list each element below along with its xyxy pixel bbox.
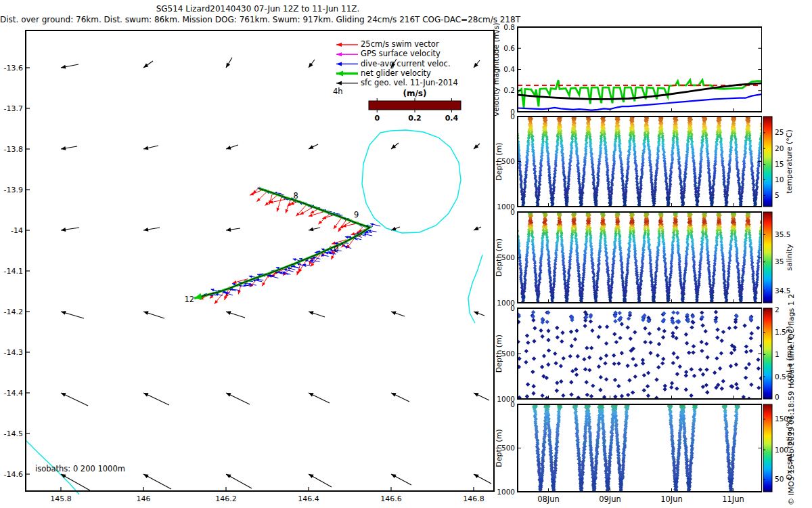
svg-text:Depth (m): Depth (m) <box>495 429 503 467</box>
svg-text:-14: -14 <box>11 226 23 235</box>
svg-text:145.8: 145.8 <box>50 494 72 503</box>
svg-text:Depth (m): Depth (m) <box>495 142 503 180</box>
svg-text:0: 0 <box>510 208 515 216</box>
svg-text:8: 8 <box>293 191 298 200</box>
isobaths-label: isobaths: 0 200 1000m <box>35 464 125 473</box>
svg-text:1: 1 <box>775 350 780 358</box>
legend-label-gps-velocity: GPS surface velocity <box>361 49 441 58</box>
svg-text:20: 20 <box>775 144 784 152</box>
svg-text:-14.1: -14.1 <box>4 267 23 276</box>
figure-subtitle: Dist. over ground: 76km. Dist. swum: 86k… <box>0 15 516 24</box>
svg-text:-14.3: -14.3 <box>4 348 23 357</box>
svg-text:0.4: 0.4 <box>445 114 459 123</box>
legend-label-swim-vector: 25cm/s swim vector <box>361 40 439 49</box>
svg-text:09Jun: 09Jun <box>599 494 621 504</box>
svg-text:Depth (m): Depth (m) <box>495 335 503 373</box>
svg-text:50: 50 <box>775 475 784 483</box>
svg-text:10: 10 <box>775 175 784 184</box>
svg-text:temperature (°C): temperature (°C) <box>785 129 794 193</box>
svg-text:salinity: salinity <box>785 244 794 271</box>
figure-header: SG514 Lizard20140430 07-Jun 12Z to 11-Ju… <box>0 4 516 24</box>
svg-text:15: 15 <box>775 160 784 168</box>
legend-duration-label: 4h <box>333 87 343 96</box>
svg-text:0.2: 0.2 <box>408 114 422 123</box>
figure-canvas: 89012145.8146146.2146.4146.6146.8-13.6-1… <box>0 0 812 508</box>
svg-text:0: 0 <box>374 114 380 123</box>
svg-text:0: 0 <box>510 304 515 312</box>
colorbar-temperature-profiles: 252015105temperature (°C) <box>763 117 794 207</box>
figure-title: SG514 Lizard20140430 07-Jun 12Z to 11-Ju… <box>0 4 516 14</box>
svg-text:0: 0 <box>510 400 515 408</box>
svg-text:5: 5 <box>775 191 780 199</box>
svg-text:35: 35 <box>775 257 784 266</box>
svg-text:0: 0 <box>334 245 338 254</box>
svg-text:0.4: 0.4 <box>503 65 515 73</box>
svg-text:Depth (m): Depth (m) <box>495 238 503 276</box>
imos-copyright-note: © IMOS 15-Feb-2019 06:18:59 Hobart time.… <box>787 294 796 505</box>
svg-text:velocity magnitude (m/s): velocity magnitude (m/s) <box>492 22 501 116</box>
svg-text:-13.9: -13.9 <box>4 186 23 194</box>
svg-text:146.2: 146.2 <box>215 494 237 503</box>
svg-text:1000: 1000 <box>497 488 515 496</box>
legend-label-dive-avg-current: dive-avg current veloc. <box>361 60 451 68</box>
legend-label-sfc-geo: sfc geo. vel. 11-Jun-2014 <box>361 79 458 87</box>
svg-text:0.6: 0.6 <box>503 44 515 52</box>
svg-text:146: 146 <box>137 494 151 503</box>
svg-text:0: 0 <box>510 112 515 121</box>
legend-colorbar-unit: (m/s) <box>369 89 461 98</box>
svg-text:0.2: 0.2 <box>503 86 515 94</box>
svg-text:12: 12 <box>184 295 194 304</box>
svg-text:146.4: 146.4 <box>298 494 319 503</box>
svg-text:146.8: 146.8 <box>463 494 484 503</box>
svg-text:-14.6: -14.6 <box>4 470 23 479</box>
svg-text:08Jun: 08Jun <box>537 494 560 504</box>
svg-text:-13.7: -13.7 <box>4 104 23 113</box>
svg-text:-13.8: -13.8 <box>4 145 23 154</box>
svg-text:25: 25 <box>775 128 784 136</box>
svg-text:10Jun: 10Jun <box>660 494 683 504</box>
svg-text:9: 9 <box>354 210 359 219</box>
svg-text:35.5: 35.5 <box>775 230 790 238</box>
svg-text:-14.5: -14.5 <box>4 429 23 438</box>
svg-text:0: 0 <box>775 393 780 401</box>
svg-text:-13.6: -13.6 <box>4 64 23 72</box>
legend-label-net-glider: net glider velocity <box>361 69 431 78</box>
svg-text:-14.4: -14.4 <box>4 389 23 398</box>
svg-text:11Jun: 11Jun <box>722 494 744 504</box>
svg-text:-14.2: -14.2 <box>4 308 23 316</box>
svg-text:146.6: 146.6 <box>380 494 402 503</box>
svg-text:2: 2 <box>775 305 780 314</box>
